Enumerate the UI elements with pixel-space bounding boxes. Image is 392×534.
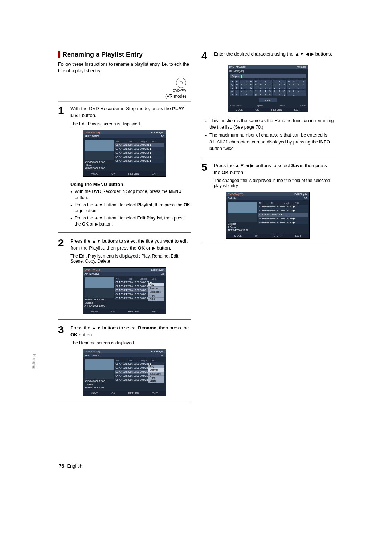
kb-key: m [258,86,263,89]
step-4: 4 Enter the desired characters using the… [201,51,334,61]
osd-title: Edit Playlist [151,350,164,353]
kb-key: j [244,86,249,89]
kb-key: 8 [282,90,286,93]
kb-key: ( [282,93,286,96]
kb-key: . [240,93,244,96]
h: Title [271,202,283,205]
kb-key: n [263,86,268,89]
t: , then press the [152,202,184,207]
op: Delete [278,105,285,107]
h: Length [140,278,152,280]
r: 03 APR/24/2006 12:00 00:00:15 ▶ [116,151,164,154]
ctx-item: Edit Scene [148,290,164,294]
kb-key: B [235,80,239,83]
step-4-num: 4 [201,51,211,61]
kb-key [301,90,305,93]
m: 1 Scene [85,383,114,386]
playlist-table: No.TitleLengthEdit 01 APR/23/2006 12:00 … [258,202,308,232]
h: Edit [152,140,164,143]
t: , then press the [156,325,189,331]
f: RETURN [272,235,282,237]
disc-icon [176,78,186,88]
osd-edit-playlist-5: DVD-RW(VR)Edit Playlist Dolphin3/5 Dolph… [226,192,310,238]
step-2-body: Press the ▲▼ buttons to select the title… [70,238,191,252]
osd-title: Edit Playlist [151,131,164,134]
step-3: 3 Press the ▲▼ buttons to select Rename,… [58,325,191,339]
step-3-num: 3 [58,325,68,339]
t: or ▶ button. [75,208,98,213]
divider [201,157,334,157]
kb-key [301,93,305,96]
kb-key: X [263,83,268,86]
step-2-num: 2 [58,238,68,252]
t: button. [229,170,244,175]
f: OK [255,235,258,237]
f: OK [255,109,259,111]
kb-key: S [240,83,244,86]
vr-mode: (VR mode) [58,94,186,99]
kb-key: + [230,93,234,96]
t: The maximum number of characters that ca… [209,133,327,144]
f: RETURN [128,310,139,313]
kb-key: & [277,93,282,96]
t: Press the ▲▼ buttons to select [75,202,137,207]
osd-sub: APR/23/2006 [85,135,100,138]
f: EXIT [295,235,301,237]
kb-key: - [296,90,301,93]
osd-edit-playlist-3: DVD-RW(VR)Edit Playlist APR/24/20063/5 A… [83,349,166,396]
step-1-body: With the DVD Recorder in Stop mode, pres… [70,105,191,119]
kb-key: 3 [258,90,263,93]
t: Rename [138,325,156,331]
ctx-item: Edit Scene [148,372,164,376]
kb-key: 1 [249,90,253,93]
li: Press the ▲▼ buttons to select Edit Play… [70,215,191,227]
f: EXIT [294,109,300,111]
m: 1 Scene [85,302,114,304]
kb-key: w [230,90,234,93]
kb-key: d [291,83,296,86]
f: MOVE [91,392,99,395]
r: 04 APR/24/2006 12:30 00:00:16 ▶ [116,155,164,158]
t: Press the ▲▼ ◀ ▶ buttons to select [214,163,291,168]
kb-key: N [291,80,296,83]
kb-key: t [291,86,296,89]
kb-key: h [235,86,239,89]
f: RETURN [128,173,139,175]
kb-key: K [277,80,282,83]
t: Playlist [137,202,152,207]
osd-title: Edit Playlist [151,268,164,271]
right-column: 4 Enter the desired characters using the… [201,51,334,406]
step-1-num: 1 [58,105,68,119]
ctx-item: Play [148,365,164,368]
kb-save: Save [259,98,277,102]
kb-key: a [277,83,282,86]
divider [58,319,191,320]
kb-key: Q [230,83,234,86]
h: Title [128,278,140,280]
t: MENU [169,189,181,194]
kb-key: g [230,86,234,89]
step-4-body: Enter the desired characters using the ▲… [214,51,332,61]
r: 01 APR/23/2006 12:00 00:00:21 ▶ [116,143,164,146]
playlist-table: No.TitleLengthEdit 01 APR/23/2006 12:00 … [115,140,164,170]
kb-key: 4 [263,90,268,93]
r: 02 APR/23/2006 12:30 00:00:03 ▶ [259,209,307,212]
kb-key: Z [273,83,277,86]
thumb-meta: APR/23/2006 12:00 1 Scene APR/23/2006 12… [85,161,114,170]
kb-key: % [268,93,272,96]
osd-disc: DVD-RW(VR) [85,268,100,271]
menu-steps: With the DVD Recorder in Stop mode, pres… [70,189,191,227]
f: OK [111,173,115,175]
ctx-item: Rename [148,287,164,290]
disc-badge: DVD-RW [58,78,186,92]
kb-key: i [240,86,244,89]
li: With the DVD Recorder in Stop mode, pres… [70,189,191,201]
thumb [85,140,114,160]
kb-key: v [301,86,305,89]
r: 05 APR/25/2006 12:00 00:00:32 ▶ [259,221,307,224]
step-5: 5 Press the ▲▼ ◀ ▶ buttons to select Sav… [201,162,334,176]
step-2: 2 Press the ▲▼ buttons to select the tit… [58,238,191,252]
kb-key: c [287,83,291,86]
note: The maximum number of characters that ca… [205,132,334,151]
kb-key: ^ [273,93,277,96]
